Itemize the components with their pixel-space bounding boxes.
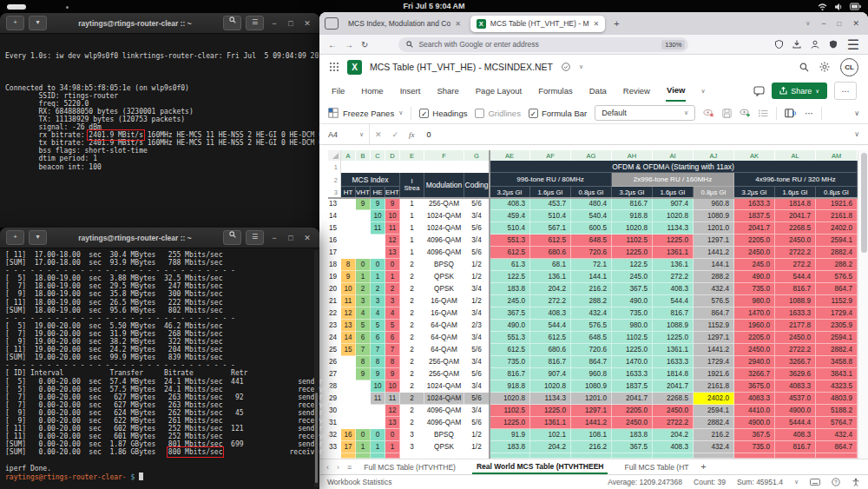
cell[interactable]: 1102.5 [612, 235, 653, 247]
cell[interactable]: 3 [385, 295, 400, 307]
new-tab-button[interactable]: + [6, 16, 24, 30]
cell[interactable]: 0 [356, 429, 371, 441]
close-button[interactable]: ✕ [301, 234, 313, 242]
cell[interactable]: 600.5 [571, 222, 612, 235]
column-header-AG[interactable]: AG [571, 150, 612, 161]
download-icon[interactable] [792, 40, 801, 49]
cell[interactable]: 1470.0 [734, 307, 775, 320]
cell[interactable]: 1 [400, 198, 424, 210]
sheet-tab-active[interactable]: Real World MCS Table (HTVHTHEEH [472, 459, 608, 474]
column-header-G[interactable]: G [464, 150, 490, 161]
cell[interactable]: 864.7 [816, 441, 858, 453]
sheet-tab[interactable]: Full MCS Table (HT [620, 459, 693, 474]
hide-sheet-view-icon[interactable] [703, 109, 714, 117]
column-header-AL[interactable]: AL [775, 150, 816, 161]
column-header-AJ[interactable]: AJ [694, 150, 734, 161]
cell[interactable]: 1 [400, 222, 424, 235]
sheet-tab[interactable]: Full MCS Table (HTVHTHE) [359, 459, 460, 474]
cell[interactable]: 1297.1 [694, 235, 734, 247]
cell[interactable]: 216.2 [694, 429, 734, 441]
row-header[interactable]: 24 [328, 332, 341, 344]
cell[interactable]: 9 [371, 198, 385, 210]
cell[interactable]: 136.1 [653, 259, 694, 271]
cell[interactable]: 245.0 [490, 295, 530, 307]
cell[interactable]: 2041.7 [612, 393, 653, 405]
cell[interactable]: 1134.3 [530, 393, 571, 405]
sheet-view-select[interactable]: Default∨ [595, 105, 695, 121]
cell[interactable]: 720.6 [571, 247, 612, 259]
cell[interactable]: 864.7 [816, 283, 858, 295]
cell[interactable]: 2205.0 [734, 235, 775, 247]
excel-logo[interactable]: X [347, 60, 362, 75]
ru320-header-cell[interactable]: 4x996-tone RU / 320 MHz [734, 173, 858, 187]
cell[interactable]: 544.4 [653, 295, 694, 307]
cell[interactable]: 11 [341, 295, 356, 307]
cell[interactable]: 1020.8 [530, 380, 571, 393]
cell[interactable]: 3/4 [464, 210, 490, 222]
cell[interactable]: 1080.9 [694, 210, 734, 222]
cell[interactable] [341, 356, 356, 368]
row-header[interactable]: 15 [328, 222, 341, 235]
cell[interactable]: 816.7 [530, 356, 571, 368]
cell[interactable]: 1 [371, 441, 385, 453]
cell[interactable]: 1024-QAM [424, 210, 464, 222]
cell[interactable]: 612.5 [490, 247, 530, 259]
cell[interactable]: 183.8 [612, 429, 653, 441]
cell[interactable]: 1814.8 [653, 368, 694, 380]
cell[interactable]: 816.7 [653, 307, 694, 320]
terminal-scrollbar[interactable] [314, 250, 319, 487]
cell[interactable]: 9 [356, 368, 371, 380]
cell[interactable] [356, 380, 371, 393]
menu-item-share[interactable]: Share [436, 81, 459, 101]
more-options-button[interactable]: ⋯ [834, 82, 857, 100]
cell[interactable]: 1 [385, 441, 400, 453]
cell[interactable]: 1/2 [464, 271, 490, 283]
cell[interactable]: 4 [385, 307, 400, 320]
sheet-vertical-scrollbar[interactable] [858, 150, 868, 459]
cell[interactable]: 9 [341, 271, 356, 283]
cell[interactable]: 2/3 [464, 320, 490, 332]
cell[interactable]: 136.1 [530, 271, 571, 283]
column-header-E[interactable]: E [400, 150, 424, 161]
maximize-button[interactable]: □ [285, 234, 297, 242]
cell[interactable]: 183.8 [490, 283, 530, 295]
cell[interactable]: 216.2 [571, 283, 612, 295]
cell[interactable]: 0 [371, 259, 385, 271]
row-header[interactable]: 27 [328, 368, 341, 380]
close-button[interactable]: ✕ [301, 19, 313, 28]
cell[interactable]: 3/4 [464, 356, 490, 368]
menu-item-review[interactable]: Review [622, 81, 651, 101]
cell[interactable]: 1633.3 [734, 198, 775, 210]
cell[interactable]: 5/6 [464, 247, 490, 259]
cell[interactable]: 144.1 [571, 271, 612, 283]
cell[interactable]: 10 [385, 210, 400, 222]
cell[interactable]: 8 [356, 356, 371, 368]
cell[interactable]: 2882.4 [816, 247, 858, 259]
cell[interactable]: 1152.9 [816, 295, 858, 307]
cell[interactable] [371, 247, 385, 259]
cell[interactable]: 11 [371, 222, 385, 235]
terminal-titlebar[interactable]: + ▾ raytings@rtings-router-clear :: ~ ☰ … [0, 228, 319, 248]
menu-item-page-layout[interactable]: Page Layout [475, 81, 523, 101]
select-all-corner[interactable] [328, 150, 341, 161]
tab-close-icon[interactable]: ✕ [455, 20, 461, 28]
terminal-titlebar[interactable]: + ▾ raytings@rtings-router-clear :: ~ ☰ … [0, 13, 319, 34]
cell[interactable]: 17 [341, 441, 356, 453]
cell[interactable]: 980.0 [612, 320, 653, 332]
cell[interactable]: 1/2 [464, 295, 490, 307]
ru160-header-cell[interactable]: 2x996-tone RU / 160MHz [612, 173, 734, 187]
column-header-D[interactable]: D [385, 150, 400, 161]
cell[interactable]: 102.1 [530, 429, 571, 441]
cell[interactable]: 1024-QAM [424, 393, 464, 405]
cell[interactable]: 144.1 [694, 259, 734, 271]
cell[interactable]: 960.8 [571, 368, 612, 380]
cell[interactable]: 2268.5 [775, 222, 816, 235]
cell[interactable]: 2 [400, 368, 424, 380]
cell[interactable]: 4083.3 [734, 393, 775, 405]
cell[interactable]: 1225.0 [612, 344, 653, 356]
cell[interactable]: 2 [400, 295, 424, 307]
cell[interactable]: 4900.0 [775, 405, 816, 417]
cell[interactable]: 612.5 [490, 344, 530, 356]
sheet-next-icon[interactable]: › [337, 463, 339, 472]
cell[interactable]: 918.8 [612, 210, 653, 222]
